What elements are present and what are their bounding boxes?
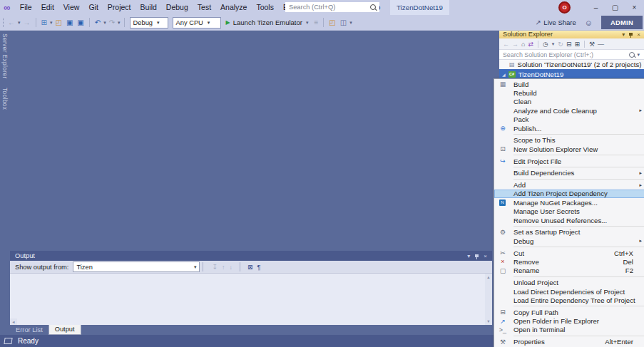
home-icon[interactable]: ⌂ [521,41,525,48]
context-menu-item-rename[interactable]: ▢RenameF2 [494,266,644,275]
navigate-back-caret-icon[interactable]: ▾ [18,20,21,26]
navigate-back-icon[interactable]: ← [8,19,15,26]
close-icon[interactable]: × [484,253,487,259]
context-menu-item-pack[interactable]: Pack [494,115,644,124]
context-menu-item-manage-nuget-packages[interactable]: NManage NuGet Packages... [494,198,644,207]
folder-icon[interactable]: ◰ [329,19,335,26]
solution-explorer-title-bar[interactable]: Solution Explorer ▾ × [499,30,644,38]
configuration-dropdown[interactable]: Debug ▾ [130,17,168,29]
menubar-item-analyze[interactable]: Analyze [216,0,252,15]
attach-icon[interactable]: ≡ [314,19,318,26]
feedback-person-icon[interactable]: ☺ [585,19,593,27]
next-message-icon[interactable]: ↓ [230,264,233,271]
open-file-icon[interactable]: ◰ [55,19,61,26]
context-menu-item-load-entire-dependency-tree-of-project[interactable]: Load Entire Dependency Tree of Project [494,296,644,304]
minimize-button[interactable]: – [586,0,605,15]
previous-message-icon[interactable]: ↑ [222,264,225,271]
context-menu-item-remove[interactable]: ×RemoveDel [494,257,644,266]
menubar-item-tools[interactable]: Tools [252,0,279,15]
horizontal-scrollbar[interactable]: ◂ [10,318,17,325]
pin-icon[interactable] [475,254,479,257]
menubar-item-view[interactable]: View [58,0,84,15]
context-menu-item-add-tizen-project-dependency[interactable]: Add Tizen Project Dependency [494,190,644,198]
toolbar-overflow-icon[interactable]: ▾ [349,20,352,26]
toolbar-grip[interactable] [3,18,4,27]
save-all-icon[interactable]: ▣ [77,19,83,26]
navigate-forward-icon[interactable]: → [24,19,31,26]
context-menu-item-debug[interactable]: Debug▸ [494,237,644,245]
context-menu-item-manage-user-secrets[interactable]: Manage User Secrets [494,207,644,216]
back-icon[interactable]: ← [503,41,509,48]
pin-icon[interactable] [629,33,633,36]
context-menu-item-build[interactable]: ▦Build [494,80,644,88]
project-node-row[interactable]: ◢ C# TizenDotNet19 [499,69,644,79]
properties-wrench-icon[interactable]: ⚒ [589,41,595,48]
new-project-icon[interactable]: ⊞ [41,19,47,26]
redo-icon[interactable]: ↷ [109,19,115,26]
sync-with-active-document-icon[interactable]: ⇄ [528,41,533,48]
context-menu-item-open-in-terminal[interactable]: >_Open in Terminal [494,326,644,334]
menubar-item-git[interactable]: Git [84,0,103,15]
context-menu-item-remove-unused-references[interactable]: Remove Unused References... [494,216,644,224]
context-menu-item-unload-project[interactable]: Unload Project [494,278,644,286]
close-button[interactable]: × [625,0,644,15]
undo-caret-icon[interactable]: ▾ [103,20,106,26]
show-all-files-icon[interactable]: ⊞ [574,41,580,48]
scroll-down-icon[interactable]: ▾ [487,318,489,324]
output-source-dropdown[interactable]: Tizen ▾ [73,261,200,272]
menubar-item-project[interactable]: Project [103,0,136,15]
context-menu-item-rebuild[interactable]: Rebuild [494,88,644,97]
menubar-item-file[interactable]: File [15,0,36,15]
vertical-scrollbar[interactable]: ▴ ▾ [485,274,492,325]
pending-changes-filter-icon[interactable]: ◷ [543,41,548,48]
launch-emulator-button[interactable]: ▶ Launch Tizen Emulator ▾ [226,19,310,26]
context-menu-item-load-direct-dependencies-of-project[interactable]: Load Direct Dependencies of Project [494,287,644,296]
context-menu-item-properties[interactable]: ⚒PropertiesAlt+Enter [494,338,644,346]
context-menu-item-edit-project-file[interactable]: ↪Edit Project File [494,157,644,165]
solution-explorer-search-box[interactable]: Search Solution Explorer (Ctrl+;) ▾ [499,50,644,60]
menubar-item-debug[interactable]: Debug [161,0,193,15]
panel-tab-output[interactable]: Output [48,325,81,335]
close-icon[interactable]: × [637,31,640,38]
context-menu-item-publish[interactable]: ⊕Publish... [494,124,644,133]
platform-dropdown[interactable]: Any CPU ▾ [173,17,221,29]
account-avatar[interactable]: O [558,1,571,14]
context-menu-item-set-as-startup-project[interactable]: ⚙Set as Startup Project [494,228,644,237]
context-menu-item-scope-to-this[interactable]: Scope to This [494,136,644,145]
chevron-down-icon[interactable]: ▾ [552,41,555,47]
clear-all-icon[interactable]: ⊠ [247,264,253,271]
redo-caret-icon[interactable]: ▾ [118,20,121,26]
menubar-item-test[interactable]: Test [193,0,215,15]
solution-node-row[interactable]: ▤ Solution 'TizenDotNet19' (2 of 2 proje… [499,60,644,69]
scroll-left-icon[interactable]: ◂ [12,319,14,324]
window-position-caret-icon[interactable]: ▾ [467,253,470,259]
refresh-icon[interactable]: ↻ [558,41,563,48]
menubar-item-edit[interactable]: Edit [36,0,58,15]
context-menu-item-open-folder-in-file-explorer[interactable]: ↗Open Folder in File Explorer [494,316,644,325]
output-title-bar[interactable]: Output ▾ × [10,251,492,261]
scroll-up-icon[interactable]: ▴ [487,274,489,280]
side-tab-server-explorer[interactable]: Server Explorer [1,33,9,79]
live-share-button[interactable]: ↗ Live Share [535,19,576,26]
preview-selected-items-icon[interactable]: — [598,41,604,48]
image-viewer-icon[interactable]: ◫ [340,19,347,26]
side-tab-toolbox[interactable]: Toolbox [1,88,9,110]
quick-search-box[interactable]: Search (Ctrl+Q) [285,2,379,12]
save-icon[interactable]: ▣ [66,19,73,26]
word-wrap-icon[interactable]: ¶ [257,264,261,271]
menubar-item-build[interactable]: Build [136,0,161,15]
undo-icon[interactable]: ↶ [95,19,101,26]
context-menu-item-add[interactable]: Add▸ [494,180,644,189]
maximize-button[interactable]: ▢ [605,0,625,15]
admin-button[interactable]: ADMIN [601,16,643,29]
find-message-icon[interactable]: ↧ [212,264,218,271]
window-position-caret-icon[interactable]: ▾ [622,31,625,38]
forward-icon[interactable]: → [512,41,518,48]
context-menu-item-new-solution-explorer-view[interactable]: ⊡New Solution Explorer View [494,145,644,153]
context-menu-item-cut[interactable]: ✂CutCtrl+X [494,249,644,257]
panel-tab-error-list[interactable]: Error List [10,325,48,335]
context-menu-item-copy-full-path[interactable]: ⊟Copy Full Path [494,308,644,316]
output-content[interactable]: ▴ ▾ ◂ [10,274,492,325]
context-menu-item-build-dependencies[interactable]: Build Dependencies▸ [494,169,644,177]
collapse-all-icon[interactable]: ⊟ [566,41,572,48]
